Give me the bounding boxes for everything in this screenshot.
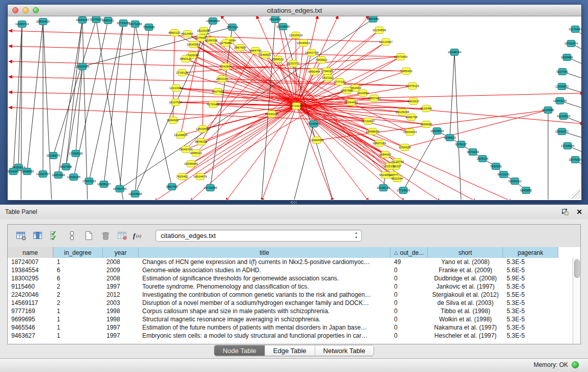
graph-node[interactable]: 14055724 [15, 21, 29, 28]
table-cell[interactable]: 9777169 [8, 307, 53, 315]
graph-node[interactable]: 20206576 [47, 152, 60, 159]
graph-node[interactable]: 16210643 [557, 113, 571, 120]
graph-node[interactable]: 1624554 [357, 90, 369, 97]
graph-node[interactable]: 8860123 [168, 30, 181, 36]
table-cell[interactable]: 22420046 [8, 291, 53, 299]
graph-node[interactable]: 12213383 [169, 85, 183, 92]
graph-node[interactable]: 13325419 [289, 32, 303, 39]
graph-node[interactable]: 1588520 [272, 56, 284, 63]
table-row[interactable]: 1456911722003Disruption of a novel membe… [8, 299, 573, 307]
graph-node[interactable]: 2887682 [367, 16, 379, 23]
graph-node[interactable]: 9227341 [556, 69, 569, 75]
table-row[interactable]: 946554611997Estimation of the future num… [8, 323, 573, 332]
table-cell[interactable]: 0 [390, 315, 428, 323]
graph-node[interactable]: 15992971 [555, 128, 569, 135]
table-cell[interactable]: 1 [53, 332, 103, 340]
graph-node[interactable]: 18226058 [197, 28, 211, 34]
graph-node[interactable]: 9474444 [467, 149, 479, 156]
graph-node[interactable]: 7857224 [226, 24, 238, 31]
graph-node[interactable]: 19166829 [174, 132, 188, 139]
table-cell[interactable]: 2003 [103, 299, 139, 307]
table-cell[interactable]: 5.3E-5 [503, 332, 558, 340]
close-panel-button[interactable]: ✕ [574, 207, 585, 217]
graph-node[interactable]: 12923468 [128, 191, 142, 198]
table-cell[interactable]: Estimation of the future numbers of pati… [139, 323, 390, 332]
table-cell[interactable]: Dudbridge et al. (2008) [428, 274, 503, 282]
graph-node[interactable]: 12213967 [379, 39, 393, 46]
show-columns-button[interactable] [31, 229, 45, 243]
graph-node[interactable]: 12505185 [67, 174, 81, 181]
table-cell[interactable]: Yano et al. (2008) [428, 258, 503, 266]
table-cell[interactable]: 1997 [103, 282, 139, 291]
table-cell[interactable]: Corpus callosum shape and size in male p… [139, 307, 390, 315]
column-header-title[interactable]: title [139, 247, 390, 258]
table-cell[interactable]: 0 [390, 282, 428, 291]
table-row[interactable]: 2242004622012Investigating the contribut… [8, 291, 573, 299]
graph-node[interactable]: 9522544 [391, 176, 403, 182]
table-row[interactable]: 1938455462009Genome-wide association stu… [8, 266, 573, 274]
table-row[interactable]: 946362711997Embryonic stem cells: a mode… [8, 332, 573, 340]
table-cell[interactable]: 1998 [103, 315, 139, 323]
graph-node[interactable]: 2718126 [176, 70, 188, 76]
table-cell[interactable]: 9463627 [8, 332, 53, 340]
graph-node[interactable]: 20891406 [36, 18, 50, 25]
graph-node[interactable]: 16640910 [297, 40, 311, 47]
table-cell[interactable]: 2 [53, 291, 103, 299]
graph-node[interactable]: 8471676 [497, 171, 510, 178]
graph-node[interactable]: 19716485 [204, 185, 217, 191]
table-row[interactable]: 1872400712008Changes of HCN gene express… [8, 258, 573, 266]
table-cell[interactable]: 0 [390, 299, 428, 307]
graph-node[interactable]: 18107554 [169, 99, 183, 106]
table-cell[interactable]: 1 [53, 315, 103, 323]
table-cell[interactable]: 9465546 [8, 323, 53, 332]
graph-node[interactable]: 9146821 [259, 52, 271, 58]
table-mode-button[interactable] [14, 229, 28, 243]
column-header-in_degree[interactable]: in_degree [53, 247, 103, 258]
new-column-button[interactable] [82, 229, 95, 243]
table-cell[interactable]: 5.5E-5 [503, 291, 558, 299]
table-cell[interactable]: 19384554 [8, 266, 53, 274]
table-cell[interactable]: Franke et al. (2009) [428, 266, 503, 274]
graph-node[interactable]: 9495758 [405, 114, 418, 121]
tab-node-table[interactable]: Node Table [214, 345, 265, 356]
graph-node[interactable]: 16958107 [97, 181, 111, 188]
float-panel-button[interactable] [559, 207, 571, 217]
graph-node[interactable]: 16782759 [113, 186, 127, 192]
graph-node[interactable]: 16961758 [305, 50, 319, 56]
table-row[interactable]: 1830029562008Estimation of significance … [8, 274, 573, 282]
graph-node[interactable]: 8220377 [287, 60, 299, 67]
table-cell[interactable]: Genome-wide association studies in ADHD. [139, 266, 390, 274]
window-titlebar[interactable]: citations_edges.txt [8, 5, 581, 16]
graph-node[interactable]: 9466161 [102, 17, 114, 24]
delete-table-button[interactable] [116, 229, 129, 243]
table-cell[interactable]: Jankovic et al. (1997) [428, 282, 503, 291]
table-cell[interactable]: 18724007 [8, 258, 53, 266]
graph-node[interactable]: 9245852 [520, 187, 532, 194]
table-cell[interactable]: 2 [53, 299, 103, 307]
panel-splitter[interactable] [0, 200, 588, 205]
table-cell[interactable]: 1997 [103, 323, 139, 332]
graph-node[interactable]: 15145451 [307, 121, 321, 127]
graph-node[interactable]: 14136141 [377, 185, 390, 191]
column-header-name[interactable]: name [8, 247, 53, 258]
table-cell[interactable]: Nakamura et al. (1997) [428, 323, 503, 332]
table-row[interactable]: 969969511998Structural magnetic resonanc… [8, 315, 573, 323]
graph-node[interactable]: 7485063 [400, 68, 412, 75]
table-cell[interactable]: 5.3E-5 [503, 282, 558, 291]
table-cell[interactable]: 5.3E-5 [503, 299, 558, 307]
graph-node[interactable]: 10653287 [76, 17, 90, 24]
table-cell[interactable]: 5.3E-5 [503, 307, 558, 315]
graph-node[interactable]: 8813054 [269, 16, 281, 23]
table-cell[interactable]: 1997 [103, 332, 139, 340]
graph-node[interactable]: 14671388 [128, 21, 142, 28]
table-cell[interactable]: 5.3E-5 [503, 258, 558, 266]
column-header-out_de[interactable]: △out_de... [390, 247, 428, 258]
graph-node[interactable]: 8878334 [195, 139, 207, 145]
table-cell[interactable]: Wolkin et al. (1998) [428, 315, 503, 323]
table-cell[interactable]: 5.3E-5 [503, 315, 558, 323]
function-builder-button[interactable]: f(x) [133, 229, 146, 243]
table-cell[interactable]: 2012 [103, 291, 139, 299]
graph-node[interactable]: 11451946 [52, 172, 66, 179]
graph-node[interactable]: 16914479 [193, 173, 207, 180]
column-header-pagerank[interactable]: pagerank [503, 247, 558, 258]
